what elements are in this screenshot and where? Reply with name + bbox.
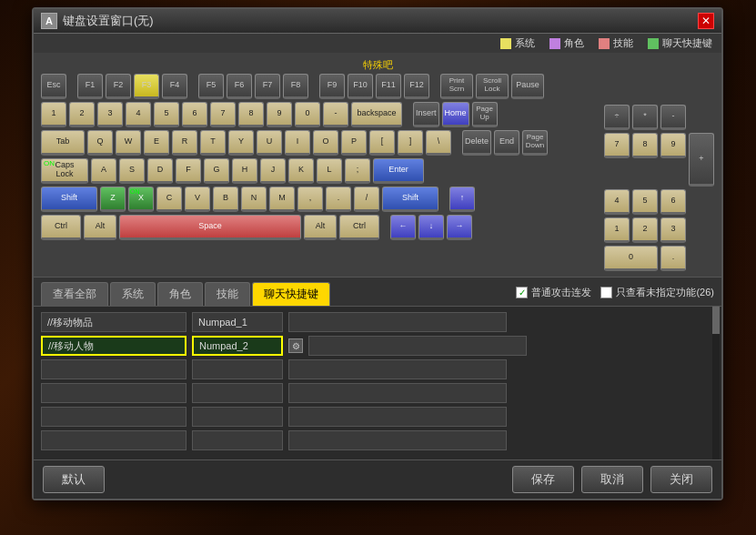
key-arrow-left[interactable]: ← [390,215,416,240]
key-8[interactable]: 8 [238,102,264,127]
numpad-2[interactable]: 2 [632,217,658,243]
key-m[interactable]: M [269,187,295,212]
key-w[interactable]: W [116,130,141,156]
key-c[interactable]: C [156,187,182,212]
numpad-6[interactable]: 6 [660,189,686,215]
tab-chat[interactable]: 聊天快捷键 [252,282,330,306]
normal-attack-option[interactable]: 普通攻击连发 [516,286,591,299]
key-5[interactable]: 5 [154,102,179,127]
key-n[interactable]: N [241,187,267,212]
key-ctrl-left[interactable]: Ctrl [41,215,81,240]
key-arrow-down[interactable]: ↓ [418,215,444,240]
binding-key2-4[interactable] [288,407,507,427]
key-u[interactable]: U [257,130,282,156]
numpad-minus[interactable]: - [660,105,686,130]
numpad-divide[interactable]: ÷ [604,105,630,130]
binding-name-5[interactable] [41,430,186,450]
key-f10[interactable]: F10 [348,74,373,99]
key-l[interactable]: L [317,158,342,184]
key-bracket-close[interactable]: ] [398,130,423,156]
numpad-3[interactable]: 3 [660,217,686,243]
key-backspace[interactable]: backspace [351,102,402,127]
title-close-button[interactable]: ✕ [698,13,714,29]
numpad-7[interactable]: 7 [604,133,630,158]
binding-key-5[interactable] [192,430,283,450]
key-period[interactable]: . [326,187,351,212]
numpad-8[interactable]: 8 [632,133,658,158]
numpad-4[interactable]: 4 [604,189,630,215]
binding-name-1[interactable] [41,336,186,356]
key-6[interactable]: 6 [182,102,207,127]
key-home[interactable]: Home [442,102,469,127]
key-k[interactable]: K [288,158,314,184]
binding-scrollbar[interactable] [712,307,720,459]
key-s[interactable]: S [119,158,145,184]
key-z[interactable]: Z [100,187,126,212]
key-7[interactable]: 7 [210,102,236,127]
key-f1[interactable]: F1 [77,74,103,99]
binding-key-1[interactable] [192,336,283,356]
unassigned-option[interactable]: 只查看未指定功能(26) [600,286,714,299]
numpad-dot[interactable]: . [660,246,686,271]
key-1[interactable]: 1 [41,102,66,127]
numpad-plus[interactable]: + [689,133,714,187]
key-r[interactable]: R [172,130,197,156]
key-h[interactable]: H [232,158,257,184]
binding-key2-2[interactable] [288,359,507,379]
key-j[interactable]: J [260,158,286,184]
key-esc[interactable]: Esc [41,74,66,99]
numpad-multiply[interactable]: * [632,105,658,130]
key-e[interactable]: E [144,130,169,156]
normal-attack-checkbox[interactable] [516,287,528,298]
binding-key-0[interactable] [192,312,283,332]
key-caps-lock[interactable]: ON CapsLock [41,158,88,184]
key-f3[interactable]: F3 [134,74,159,99]
key-end[interactable]: End [494,130,519,156]
save-button[interactable]: 保存 [512,466,574,493]
key-alt-right[interactable]: Alt [304,215,337,240]
key-f9[interactable]: F9 [319,74,345,99]
key-o[interactable]: O [313,130,338,156]
key-2[interactable]: 2 [69,102,95,127]
key-9[interactable]: 9 [267,102,292,127]
key-v[interactable]: V [185,187,210,212]
key-i[interactable]: I [285,130,310,156]
key-4[interactable]: 4 [126,102,151,127]
tab-skill[interactable]: 技能 [205,282,250,306]
tab-sys[interactable]: 系统 [110,282,156,306]
tab-char[interactable]: 角色 [157,282,203,306]
key-f5[interactable]: F5 [198,74,224,99]
key-backslash[interactable]: \ [426,130,451,156]
binding-key2-3[interactable] [288,383,507,403]
unassigned-checkbox[interactable] [600,287,612,298]
tab-all[interactable]: 查看全部 [41,282,108,306]
binding-name-0[interactable] [41,312,186,332]
default-button[interactable]: 默认 [43,466,105,493]
key-tab[interactable]: Tab [41,130,85,156]
binding-key2-1[interactable] [308,336,527,356]
binding-key-4[interactable] [192,407,283,427]
key-b[interactable]: B [213,187,238,212]
key-comma[interactable]: , [297,187,323,212]
key-print-scrn[interactable]: PrintScrn [440,74,473,99]
key-scroll-lock[interactable]: ScrollLock [476,74,509,99]
key-f7[interactable]: F7 [255,74,280,99]
numpad-5[interactable]: 5 [632,189,658,215]
binding-key2-5[interactable] [288,430,507,450]
key-f6[interactable]: F6 [227,74,252,99]
binding-edit-icon-1[interactable]: ⚙ [288,338,303,353]
binding-name-2[interactable] [41,359,186,379]
key-minus[interactable]: - [323,102,348,127]
key-f2[interactable]: F2 [106,74,131,99]
key-alt-left[interactable]: Alt [84,215,116,240]
key-ctrl-right[interactable]: Ctrl [339,215,379,240]
key-f12[interactable]: F12 [404,74,429,99]
key-insert[interactable]: Insert [413,102,439,127]
key-a[interactable]: A [91,158,116,184]
key-slash[interactable]: / [354,187,379,212]
binding-key-2[interactable] [192,359,283,379]
key-semicolon[interactable]: ; [345,158,370,184]
key-shift-left[interactable]: Shift [41,187,97,212]
key-q[interactable]: Q [87,130,113,156]
key-x[interactable]: ONX [128,187,154,212]
